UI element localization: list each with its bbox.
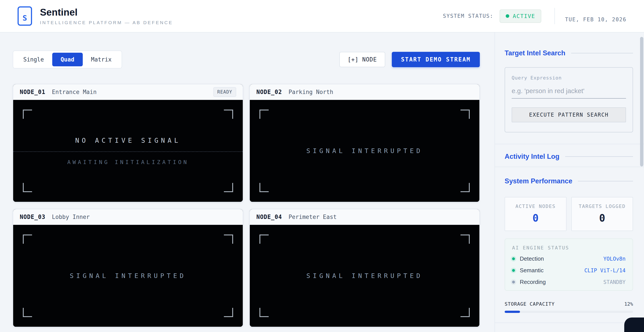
engine-name: Semantic — [520, 267, 544, 274]
search-heading-text: Target Intel Search — [504, 49, 566, 57]
signal-primary-text: NO ACTIVE SIGNAL — [75, 136, 181, 144]
node-name: Perimeter East — [289, 214, 337, 220]
engine-value: CLIP ViT-L/14 — [584, 268, 626, 274]
sidebar-scrollbar[interactable] — [640, 37, 643, 166]
stat-value: 0 — [572, 212, 633, 224]
view-mode-single[interactable]: Single — [15, 53, 52, 66]
signal-message-stack: SIGNAL INTERRUPTED — [250, 100, 480, 202]
heading-rule — [565, 156, 633, 157]
stat-label: TARGETS LOGGED — [572, 204, 633, 209]
engine-value: STANDBY — [604, 279, 626, 285]
content-area: Single Quad Matrix [+] NODE START DEMO S… — [0, 32, 494, 332]
app-title: Sentinel — [40, 7, 173, 18]
start-demo-stream-button[interactable]: START DEMO STREAM — [392, 52, 480, 67]
node-name: Lobby Inner — [52, 214, 90, 220]
node-card-03: NODE_03 Lobby Inner SIGNAL INTERRUPTED — [13, 209, 243, 327]
view-mode-quad[interactable]: Quad — [52, 53, 83, 66]
status-dot-icon — [512, 257, 515, 260]
intel-log-section-heading: Activity Intel Log — [504, 152, 633, 160]
current-date: TUE, FEB 10, 2026 — [565, 16, 626, 22]
engine-row-detection: Detection YOLOv8n — [512, 255, 626, 262]
node-id: NODE_01 — [20, 89, 46, 95]
section-divider — [495, 322, 644, 323]
query-expression-input[interactable] — [512, 86, 626, 98]
ai-engine-status-card: AI ENGINE STATUS Detection YOLOv8n Seman… — [504, 238, 633, 291]
signal-primary-text: SIGNAL INTERRUPTED — [306, 272, 423, 280]
signal-secondary-text: AWAITING INITIALIZATION — [67, 159, 188, 165]
search-section-heading: Target Intel Search — [504, 49, 633, 57]
node-card-header: NODE_02 Parking North — [250, 84, 480, 100]
performance-section-heading: System Performance — [504, 177, 633, 185]
search-card: Query Expression EXECUTE PATTERN SEARCH — [504, 67, 633, 132]
storage-capacity-fill — [504, 311, 520, 313]
view-mode-matrix[interactable]: Matrix — [83, 53, 120, 66]
system-status-value: ACTIVE — [513, 13, 535, 19]
engine-row-semantic: Semantic CLIP ViT-L/14 — [512, 267, 626, 274]
intel-log-heading-text: Activity Intel Log — [504, 152, 560, 160]
status-dot-icon — [512, 280, 515, 284]
signal-primary-text: SIGNAL INTERRUPTED — [306, 147, 423, 154]
node-grid: NODE_01 Entrance Main READY NO ACTIVE SI… — [13, 84, 480, 327]
signal-message-stack: SIGNAL INTERRUPTED — [250, 225, 480, 327]
video-viewport[interactable]: SIGNAL INTERRUPTED — [13, 225, 243, 327]
app-subtitle: INTELLIGENCE PLATFORM — AB DEFENCE — [40, 20, 173, 25]
performance-heading-text: System Performance — [504, 177, 572, 185]
logo-letter: S — [22, 14, 27, 22]
controls-right: [+] NODE START DEMO STREAM — [339, 52, 480, 67]
signal-message-stack: NO ACTIVE SIGNAL AWAITING INITIALIZATION — [13, 100, 243, 202]
node-name: Entrance Main — [52, 89, 97, 95]
node-card-header: NODE_01 Entrance Main READY — [13, 84, 243, 100]
performance-stats: ACTIVE NODES 0 TARGETS LOGGED 0 — [504, 197, 633, 231]
query-expression-label: Query Expression — [512, 75, 626, 80]
engine-value: YOLOv8n — [604, 256, 626, 262]
main-layout: Single Quad Matrix [+] NODE START DEMO S… — [0, 32, 644, 332]
video-viewport[interactable]: NO ACTIVE SIGNAL AWAITING INITIALIZATION — [13, 100, 243, 202]
section-divider — [495, 167, 644, 167]
signal-divider — [13, 151, 243, 152]
signal-primary-text: SIGNAL INTERRUPTED — [70, 272, 186, 280]
node-card-04: NODE_04 Perimeter East SIGNAL INTERRUPTE… — [249, 209, 480, 327]
header-status-area: SYSTEM STATUS: ACTIVE TUE, FEB 10, 2026 — [443, 8, 626, 24]
controls-row: Single Quad Matrix [+] NODE START DEMO S… — [13, 50, 480, 68]
status-dot-icon — [506, 14, 509, 18]
section-divider — [495, 144, 644, 144]
engine-name: Detection — [520, 255, 544, 262]
app-header: S Sentinel INTELLIGENCE PLATFORM — AB DE… — [0, 0, 644, 32]
system-status-label: SYSTEM STATUS: — [443, 13, 494, 19]
storage-capacity-bar — [504, 311, 633, 313]
node-id: NODE_03 — [20, 214, 46, 220]
execute-pattern-search-button[interactable]: EXECUTE PATTERN SEARCH — [512, 107, 626, 122]
heading-rule — [578, 181, 633, 181]
view-mode-toggle: Single Quad Matrix — [13, 50, 122, 68]
stat-active-nodes: ACTIVE NODES 0 — [504, 197, 566, 231]
node-card-header: NODE_04 Perimeter East — [250, 209, 480, 225]
storage-capacity-value: 12% — [624, 301, 633, 307]
video-viewport[interactable]: SIGNAL INTERRUPTED — [250, 100, 480, 202]
stat-value: 0 — [505, 212, 566, 224]
signal-message-stack: SIGNAL INTERRUPTED — [13, 225, 243, 327]
node-status-badge: READY — [213, 87, 236, 97]
video-viewport[interactable]: SIGNAL INTERRUPTED — [250, 225, 480, 327]
brand-block: Sentinel INTELLIGENCE PLATFORM — AB DEFE… — [40, 7, 173, 25]
node-card-header: NODE_03 Lobby Inner — [13, 209, 243, 225]
header-divider — [554, 8, 555, 24]
status-dot-icon — [512, 269, 515, 272]
node-id: NODE_04 — [256, 214, 282, 220]
node-card-02: NODE_02 Parking North SIGNAL INTERRUPTED — [249, 84, 480, 202]
storage-capacity-row: STORAGE CAPACITY 12% — [504, 301, 633, 307]
engine-row-recording: Recording STANDBY — [512, 279, 626, 286]
app-logo: S — [18, 6, 32, 26]
node-id: NODE_02 — [256, 89, 282, 95]
system-status-badge: ACTIVE — [500, 10, 541, 23]
stat-targets-logged: TARGETS LOGGED 0 — [571, 197, 633, 231]
node-card-01: NODE_01 Entrance Main READY NO ACTIVE SI… — [13, 84, 243, 202]
node-name: Parking North — [289, 89, 334, 95]
stat-label: ACTIVE NODES — [505, 204, 566, 209]
sidebar: Target Intel Search Query Expression EXE… — [494, 32, 644, 332]
storage-capacity-label: STORAGE CAPACITY — [504, 301, 555, 307]
ai-engine-status-label: AI ENGINE STATUS — [512, 245, 626, 250]
corner-widget[interactable] — [624, 318, 644, 332]
engine-name: Recording — [520, 279, 546, 286]
add-node-button[interactable]: [+] NODE — [339, 52, 385, 67]
heading-rule — [571, 53, 633, 53]
